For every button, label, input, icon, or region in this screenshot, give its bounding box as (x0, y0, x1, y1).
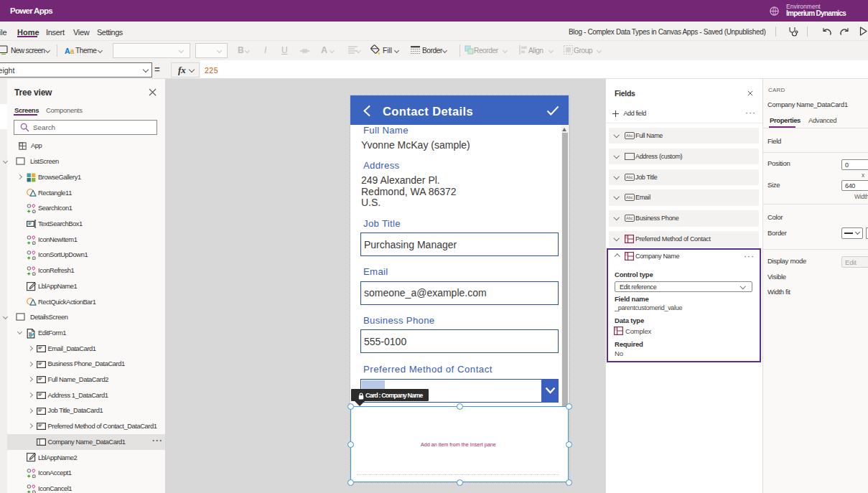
svg-text:Abc: Abc (626, 195, 633, 199)
svg-text:Abc: Abc (626, 175, 633, 179)
svg-text:Abc: Abc (626, 216, 633, 220)
svg-text:Abc: Abc (626, 133, 633, 138)
